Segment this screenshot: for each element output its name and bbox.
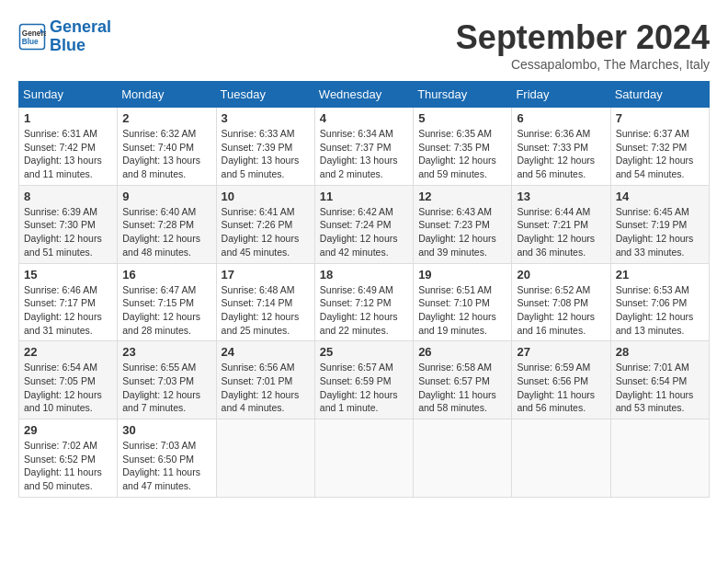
weekday-header: Wednesday [314, 82, 413, 108]
calendar-week: 22 Sunrise: 6:54 AM Sunset: 7:05 PM Dayl… [19, 341, 710, 419]
day-number: 22 [24, 345, 112, 359]
calendar-cell: 8 Sunrise: 6:39 AM Sunset: 7:30 PM Dayli… [19, 185, 118, 263]
calendar-cell: 25 Sunrise: 6:57 AM Sunset: 6:59 PM Dayl… [314, 341, 413, 419]
day-info: Sunrise: 6:32 AM Sunset: 7:40 PM Dayligh… [122, 127, 210, 181]
day-info: Sunrise: 6:42 AM Sunset: 7:24 PM Dayligh… [320, 205, 408, 259]
calendar-week: 1 Sunrise: 6:31 AM Sunset: 7:42 PM Dayli… [19, 108, 710, 186]
day-info: Sunrise: 6:49 AM Sunset: 7:12 PM Dayligh… [320, 283, 408, 338]
calendar-cell: 3 Sunrise: 6:33 AM Sunset: 7:39 PM Dayli… [216, 108, 314, 186]
title-section: September 2024 Cessapalombo, The Marches… [456, 18, 710, 72]
calendar-cell: 19 Sunrise: 6:51 AM Sunset: 7:10 PM Dayl… [414, 263, 512, 341]
calendar-cell: 14 Sunrise: 6:45 AM Sunset: 7:19 PM Dayl… [610, 185, 709, 263]
calendar-header: SundayMondayTuesdayWednesdayThursdayFrid… [19, 82, 710, 108]
day-info: Sunrise: 6:55 AM Sunset: 7:03 PM Dayligh… [122, 361, 210, 415]
calendar-cell: 12 Sunrise: 6:43 AM Sunset: 7:23 PM Dayl… [414, 185, 512, 263]
calendar-week: 29 Sunrise: 7:02 AM Sunset: 6:52 PM Dayl… [19, 419, 710, 498]
weekday-header: Friday [512, 82, 610, 108]
day-info: Sunrise: 6:35 AM Sunset: 7:35 PM Dayligh… [418, 127, 506, 181]
day-info: Sunrise: 6:33 AM Sunset: 7:39 PM Dayligh… [222, 127, 310, 181]
calendar-cell: 9 Sunrise: 6:40 AM Sunset: 7:28 PM Dayli… [118, 185, 216, 263]
day-number: 13 [517, 190, 605, 203]
weekday-header: Tuesday [216, 82, 314, 108]
day-info: Sunrise: 6:47 AM Sunset: 7:15 PM Dayligh… [122, 283, 210, 338]
day-info: Sunrise: 6:53 AM Sunset: 7:06 PM Dayligh… [616, 283, 704, 338]
calendar-cell: 11 Sunrise: 6:42 AM Sunset: 7:24 PM Dayl… [314, 185, 413, 263]
calendar-cell: 17 Sunrise: 6:48 AM Sunset: 7:14 PM Dayl… [216, 263, 314, 341]
weekday-header: Saturday [610, 82, 709, 108]
calendar-cell: 16 Sunrise: 6:47 AM Sunset: 7:15 PM Dayl… [118, 263, 216, 341]
day-info: Sunrise: 6:31 AM Sunset: 7:42 PM Dayligh… [24, 127, 112, 181]
day-number: 16 [122, 268, 210, 282]
day-number: 2 [122, 111, 210, 125]
month-title: September 2024 [456, 18, 710, 57]
day-info: Sunrise: 6:54 AM Sunset: 7:05 PM Dayligh… [24, 361, 112, 415]
calendar-cell [314, 419, 413, 498]
day-info: Sunrise: 6:36 AM Sunset: 7:33 PM Dayligh… [517, 127, 605, 181]
day-number: 8 [24, 190, 112, 203]
calendar-cell: 15 Sunrise: 6:46 AM Sunset: 7:17 PM Dayl… [19, 263, 118, 341]
day-number: 15 [24, 268, 112, 282]
day-info: Sunrise: 7:02 AM Sunset: 6:52 PM Dayligh… [24, 439, 112, 493]
calendar-cell: 22 Sunrise: 6:54 AM Sunset: 7:05 PM Dayl… [19, 341, 118, 419]
day-number: 30 [122, 423, 210, 437]
day-number: 11 [320, 190, 408, 203]
day-number: 25 [320, 345, 408, 359]
day-number: 17 [222, 268, 310, 282]
day-info: Sunrise: 6:59 AM Sunset: 6:56 PM Dayligh… [517, 361, 605, 415]
logo: General Blue GeneralBlue [18, 18, 111, 55]
day-info: Sunrise: 6:43 AM Sunset: 7:23 PM Dayligh… [418, 205, 506, 259]
calendar-cell: 27 Sunrise: 6:59 AM Sunset: 6:56 PM Dayl… [512, 341, 610, 419]
page-header: General Blue GeneralBlue September 2024 … [18, 18, 710, 72]
weekday-header: Sunday [19, 82, 118, 108]
day-info: Sunrise: 7:01 AM Sunset: 6:54 PM Dayligh… [616, 361, 704, 415]
day-info: Sunrise: 6:46 AM Sunset: 7:17 PM Dayligh… [24, 283, 112, 338]
calendar-cell: 2 Sunrise: 6:32 AM Sunset: 7:40 PM Dayli… [118, 108, 216, 186]
calendar-cell: 1 Sunrise: 6:31 AM Sunset: 7:42 PM Dayli… [19, 108, 118, 186]
day-number: 14 [616, 190, 704, 203]
day-number: 9 [122, 190, 210, 203]
day-info: Sunrise: 6:41 AM Sunset: 7:26 PM Dayligh… [222, 205, 310, 259]
svg-text:Blue: Blue [22, 38, 39, 46]
day-number: 26 [418, 345, 506, 359]
day-info: Sunrise: 6:34 AM Sunset: 7:37 PM Dayligh… [320, 127, 408, 181]
day-number: 21 [616, 268, 704, 282]
calendar-cell: 18 Sunrise: 6:49 AM Sunset: 7:12 PM Dayl… [314, 263, 413, 341]
calendar-table: SundayMondayTuesdayWednesdayThursdayFrid… [18, 81, 710, 498]
calendar-cell: 7 Sunrise: 6:37 AM Sunset: 7:32 PM Dayli… [610, 108, 709, 186]
calendar-cell: 10 Sunrise: 6:41 AM Sunset: 7:26 PM Dayl… [216, 185, 314, 263]
weekday-header: Monday [118, 82, 216, 108]
day-number: 7 [616, 111, 704, 125]
day-number: 28 [616, 345, 704, 359]
day-info: Sunrise: 6:58 AM Sunset: 6:57 PM Dayligh… [418, 361, 506, 415]
day-info: Sunrise: 6:52 AM Sunset: 7:08 PM Dayligh… [517, 283, 605, 338]
day-number: 24 [222, 345, 310, 359]
calendar-cell: 5 Sunrise: 6:35 AM Sunset: 7:35 PM Dayli… [414, 108, 512, 186]
svg-text:General: General [22, 29, 46, 37]
logo-text: GeneralBlue [50, 18, 111, 55]
day-info: Sunrise: 6:51 AM Sunset: 7:10 PM Dayligh… [418, 283, 506, 338]
day-number: 20 [517, 268, 605, 282]
day-number: 5 [418, 111, 506, 125]
day-number: 29 [24, 423, 112, 437]
logo-icon: General Blue [18, 23, 46, 51]
day-info: Sunrise: 6:56 AM Sunset: 7:01 PM Dayligh… [222, 361, 310, 415]
day-number: 6 [517, 111, 605, 125]
calendar-week: 15 Sunrise: 6:46 AM Sunset: 7:17 PM Dayl… [19, 263, 710, 341]
calendar-cell [414, 419, 512, 498]
day-number: 12 [418, 190, 506, 203]
day-info: Sunrise: 6:44 AM Sunset: 7:21 PM Dayligh… [517, 205, 605, 259]
day-number: 3 [222, 111, 310, 125]
day-info: Sunrise: 6:37 AM Sunset: 7:32 PM Dayligh… [616, 127, 704, 181]
day-number: 18 [320, 268, 408, 282]
day-number: 19 [418, 268, 506, 282]
day-info: Sunrise: 6:45 AM Sunset: 7:19 PM Dayligh… [616, 205, 704, 259]
calendar-cell: 29 Sunrise: 7:02 AM Sunset: 6:52 PM Dayl… [19, 419, 118, 498]
day-number: 10 [222, 190, 310, 203]
weekday-header: Thursday [414, 82, 512, 108]
day-info: Sunrise: 6:57 AM Sunset: 6:59 PM Dayligh… [320, 361, 408, 415]
calendar-cell: 21 Sunrise: 6:53 AM Sunset: 7:06 PM Dayl… [610, 263, 709, 341]
calendar-cell: 20 Sunrise: 6:52 AM Sunset: 7:08 PM Dayl… [512, 263, 610, 341]
calendar-cell: 23 Sunrise: 6:55 AM Sunset: 7:03 PM Dayl… [118, 341, 216, 419]
day-info: Sunrise: 7:03 AM Sunset: 6:50 PM Dayligh… [122, 439, 210, 493]
day-number: 4 [320, 111, 408, 125]
